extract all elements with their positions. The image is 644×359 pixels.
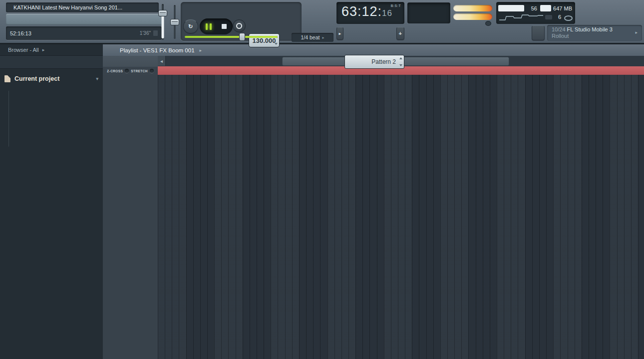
hint-bar: 52:16:13 1'36" xyxy=(6,26,162,40)
stretch-label: STRETCH xyxy=(131,69,148,73)
shuffle-slider[interactable] xyxy=(185,36,278,38)
stretch-toggle[interactable] xyxy=(150,69,154,73)
playlist-tool-tabs: Z-CROSS STRETCH xyxy=(103,56,158,75)
cpu-value: 56 xyxy=(525,5,537,11)
download-button[interactable] xyxy=(532,25,545,40)
cpu-graph xyxy=(498,12,544,22)
clip-type-tabs xyxy=(103,56,158,67)
time-main: 63:12: xyxy=(341,4,382,19)
time-mode-label: B:S:T xyxy=(391,4,401,7)
stretch-options: Z-CROSS STRETCH xyxy=(103,67,158,75)
browser-header: Browser - All ▸ xyxy=(0,44,103,55)
snap-value: 1/4 beat xyxy=(301,34,320,40)
record-button[interactable] xyxy=(233,19,246,32)
news-date: 10/24 xyxy=(552,26,566,32)
global-snap-selector[interactable]: 1/4 beat ▸ xyxy=(292,33,333,42)
master-volume-slider[interactable] xyxy=(158,4,167,40)
pattern-prev-button[interactable]: ▸ xyxy=(336,27,343,40)
scroll-left-button[interactable]: ◂ xyxy=(158,56,166,66)
collapse-caret-icon[interactable]: ▾ xyxy=(96,76,98,81)
track-headers xyxy=(103,75,158,359)
playlist-title[interactable]: Playlist - VES1 FX Boom 001 xyxy=(120,47,195,53)
menu-bar xyxy=(6,14,164,25)
main-toolbar: KATKHANI Latest New Haryanvi Song 201...… xyxy=(0,0,644,44)
playlist-window: Playlist - VES1 FX Boom 001 ▸ Z-CROSS ST… xyxy=(103,44,644,359)
zcross-toggle[interactable] xyxy=(125,69,129,73)
pattern-selector[interactable]: Pattern 2 xyxy=(344,55,404,69)
hint-position: 52:16:13 xyxy=(10,30,31,36)
master-pitch-slider[interactable] xyxy=(170,5,179,39)
pause-button[interactable] xyxy=(201,19,216,33)
snap-caret-icon: ▸ xyxy=(322,35,324,40)
hint-meter-icon xyxy=(153,30,158,36)
fl-studio-window: KATKHANI Latest New Haryanvi Song 201...… xyxy=(0,0,644,359)
memory-value: 647 MB xyxy=(549,5,572,11)
cpu-panel: 56 647 MB 6 xyxy=(496,2,575,24)
tree-guide-line xyxy=(8,91,9,147)
title-bar: KATKHANI Latest New Haryanvi Song 201... xyxy=(6,2,159,12)
oscilloscope[interactable] xyxy=(407,2,450,23)
browser-title[interactable]: Browser - All xyxy=(8,47,39,53)
project-file-icon xyxy=(4,75,10,82)
browser-root-label: Current project xyxy=(14,75,59,82)
meter-bar-right xyxy=(453,13,492,20)
browser-panel: Browser - All ▸ Current project ▾ xyxy=(0,44,104,359)
stop-button[interactable] xyxy=(216,19,232,33)
play-stop-group xyxy=(200,18,233,34)
cpu-bar xyxy=(498,5,524,11)
pattern-add-button[interactable]: + xyxy=(396,27,404,40)
news-subtitle: Rollout xyxy=(552,33,569,39)
polyphony-value: 6 xyxy=(549,14,561,20)
pattern-value: Pattern 2 xyxy=(371,58,396,65)
meter-bar-left xyxy=(453,5,492,11)
song-length: 1'36" xyxy=(140,30,151,36)
browser-tree: Current project ▾ xyxy=(0,69,103,84)
news-title: FL Studio Mobile 3 xyxy=(567,26,613,32)
time-tick: 16 xyxy=(382,8,392,18)
browser-item-current-project[interactable]: Current project ▾ xyxy=(0,73,103,84)
browser-title-caret-icon: ▸ xyxy=(42,47,45,52)
clip-lane[interactable] xyxy=(158,75,644,359)
volume-meter xyxy=(452,2,494,23)
news-caret-icon: ▸ xyxy=(635,29,638,36)
loop-record-button[interactable]: ↻ xyxy=(183,19,198,33)
meter-clock-icon xyxy=(485,21,491,26)
playlist-title-caret-icon: ▸ xyxy=(200,48,202,53)
time-display[interactable]: 63:12:16 B:S:T xyxy=(336,2,404,24)
news-panel[interactable]: 10/24 FL Studio Mobile 3 Rollout ▸ xyxy=(547,25,642,41)
window-title: KATKHANI Latest New Haryanvi Song 201... xyxy=(10,4,122,10)
polyphony-icon xyxy=(564,15,573,21)
browser-tabs xyxy=(0,55,103,69)
zcross-label: Z-CROSS xyxy=(107,69,123,73)
